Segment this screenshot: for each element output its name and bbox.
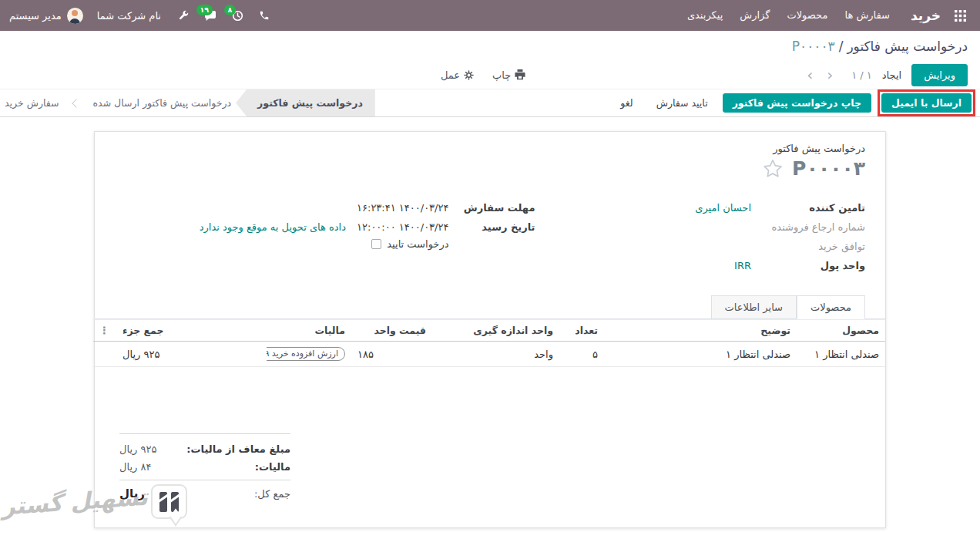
app-submenu: سفارش ها محصولات گزارش پیکربندی [679, 0, 898, 31]
document-type-label: درخواست پیش فاکتور [115, 143, 865, 154]
user-menu[interactable]: مدیر سیستم [9, 8, 83, 24]
vendor-reference-label: شماره ارجاع فروشنده [751, 219, 865, 235]
document-sheet: درخواست پیش فاکتور P۰۰۰۰۳ تامین کننده اح… [94, 131, 886, 528]
taxes-label: مالیات: [255, 458, 290, 476]
cell-description[interactable]: صندلی انتظار ۱ [604, 342, 797, 367]
order-deadline-label: مهلت سفارش [448, 200, 535, 216]
untaxed-amount-value: ۹۲۵ ریال [119, 440, 156, 458]
col-quantity: تعداد [559, 320, 604, 342]
receipt-date-value: ۱۴۰۰/۰۳/۲۴ ۱۲:۰۰:۰۰ [357, 219, 448, 235]
user-avatar [67, 8, 83, 24]
print-menu[interactable]: چاپ [492, 69, 525, 81]
confirm-request-label: درخواست تایید [387, 238, 448, 250]
systray: ۸ ۱۹ نام شرکت شما مدیر سیستم [8, 8, 277, 24]
vendor-value[interactable]: احسان امیری [695, 200, 751, 216]
pager-previous-icon[interactable]: ‹ [802, 67, 817, 83]
menu-reporting[interactable]: گزارش [731, 0, 778, 31]
activities-clock-icon[interactable]: ۸ [224, 8, 251, 24]
breadcrumb-parent[interactable]: درخواست پیش فاکتور [847, 39, 968, 54]
currency-value[interactable]: IRR [734, 258, 751, 274]
pager: ‹ › ۱ / ۱ [797, 67, 872, 83]
currency-label: واحد پول [751, 258, 865, 274]
form-column-right: تامین کننده احسان امیری شماره ارجاع فروش… [535, 200, 865, 277]
tab-other-info[interactable]: سایر اطلاعات [711, 295, 797, 319]
statusbar: ارسال با ایمیل چاپ درخواست پیش فاکتور تا… [0, 89, 980, 117]
receipt-date-label: تاریخ رسید [448, 219, 535, 235]
taxes-value: ۸۴ ریال [119, 458, 151, 476]
document-name: P۰۰۰۰۳ [792, 157, 865, 180]
menu-configuration[interactable]: پیکربندی [679, 0, 731, 31]
grand-total-label: جمع کل: [254, 485, 290, 503]
breadcrumb: درخواست پیش فاکتور/P۰۰۰۰۳ [12, 38, 968, 55]
messages-chat-icon[interactable]: ۱۹ [196, 8, 224, 24]
confirm-request-field: درخواست تایید [115, 238, 448, 250]
col-unit-price: قیمت واحد [351, 320, 432, 342]
breadcrumb-active: P۰۰۰۰۳ [792, 39, 835, 54]
pager-next-icon[interactable]: › [822, 67, 837, 83]
status-steps: درخواست پیش فاکتور درخواست پیش فاکتور ار… [0, 89, 375, 116]
watermark-logo-icon [151, 484, 187, 519]
print-menu-label: چاپ [492, 69, 511, 81]
edit-button[interactable]: ویرایش [911, 64, 968, 86]
statusbar-buttons: ارسال با ایمیل چاپ درخواست پیش فاکتور تا… [607, 89, 980, 116]
tax-badge[interactable]: ارزش افزوده خرید ۹% [267, 347, 345, 361]
phone-icon[interactable] [251, 8, 277, 23]
vendor-label: تامین کننده [751, 200, 865, 216]
col-uom: واحد اندازه گیری [432, 320, 559, 342]
menu-orders[interactable]: سفارش ها [836, 0, 898, 31]
cell-quantity[interactable]: ۵ [559, 342, 604, 367]
control-panel: درخواست پیش فاکتور/P۰۰۰۰۳ ویرایش ایجاد چ… [0, 31, 980, 89]
favorite-star-icon[interactable] [763, 159, 783, 178]
untaxed-amount-label: مبلغ معاف از مالیات: [186, 440, 290, 458]
action-menu-label: عمل [441, 69, 460, 81]
optional-columns-icon[interactable]: ⋮ [99, 325, 109, 336]
create-button[interactable]: ایجاد [872, 64, 911, 86]
notebook-tabs: محصولات سایر اطلاعات [95, 295, 885, 319]
order-lines-table: محصول توضیح تعداد واحد اندازه گیری قیمت … [93, 319, 885, 367]
confirm-request-checkbox[interactable] [371, 239, 381, 249]
action-menu[interactable]: عمل [441, 69, 474, 81]
confirm-order-button[interactable]: تایید سفارش [648, 93, 717, 113]
tab-products[interactable]: محصولات [797, 295, 865, 319]
cell-uom[interactable]: واحد [432, 342, 559, 367]
col-description: توضیح [604, 320, 797, 342]
purchase-agreement-label: توافق خرید [751, 238, 865, 254]
app-menu-purchase[interactable]: خرید [911, 8, 941, 23]
step-rfq-sent[interactable]: درخواست پیش فاکتور ارسال شده [89, 89, 237, 116]
print-rfq-button[interactable]: چاپ درخواست پیش فاکتور [723, 93, 871, 113]
printer-icon [515, 69, 525, 80]
col-taxes: مالیات [267, 320, 351, 342]
cancel-button[interactable]: لغو [612, 93, 641, 113]
menu-products[interactable]: محصولات [778, 0, 836, 31]
cell-subtotal: ۹۲۵ ریال [116, 342, 267, 367]
form-view: درخواست پیش فاکتور P۰۰۰۰۳ تامین کننده اح… [0, 131, 980, 539]
delivery-data-note[interactable]: داده های تحویل به موقع وجود ندارد [200, 219, 346, 235]
user-name: مدیر سیستم [9, 10, 62, 22]
cell-unit-price[interactable]: ۱۸۵ [351, 342, 432, 367]
send-by-email-button[interactable]: ارسال با ایمیل [881, 93, 972, 113]
col-product: محصول [797, 320, 885, 342]
vendor-watermark: تسهیل گستر [2, 484, 187, 519]
table-row[interactable]: صندلی انتظار ۱ صندلی انتظار ۱ ۵ واحد ۱۸۵… [93, 342, 885, 367]
step-rfq[interactable]: درخواست پیش فاکتور [236, 89, 375, 116]
messages-badge: ۱۹ [196, 5, 213, 16]
cell-product[interactable]: صندلی انتظار ۱ [797, 342, 885, 367]
order-deadline-value: ۱۴۰۰/۰۳/۲۴ ۱۶:۲۳:۴۱ [357, 200, 448, 216]
breadcrumb-separator: / [839, 39, 844, 54]
col-subtotal: جمع جزء [116, 320, 267, 342]
step-chevron-icon [72, 99, 80, 107]
apps-grid-icon[interactable] [948, 7, 972, 25]
gear-icon [464, 70, 474, 80]
watermark-text: تسهیل گستر [1, 483, 149, 520]
form-column-left: مهلت سفارش ۱۴۰۰/۰۳/۲۴ ۱۶:۲۳:۴۱ تاریخ رسی… [115, 200, 535, 277]
step-purchase-order[interactable]: سفارش خرید [0, 89, 64, 116]
annotation-highlight-box: ارسال با ایمیل [878, 89, 975, 116]
top-navbar: خرید سفارش ها محصولات گزارش پیکربندی ۸ ۱… [0, 0, 980, 31]
debug-wrench-icon[interactable] [170, 8, 196, 23]
cp-center-tools: چاپ عمل [441, 61, 525, 89]
activities-badge: ۸ [224, 5, 236, 16]
pager-count: ۱ / ۱ [851, 69, 872, 81]
company-switcher[interactable]: نام شرکت شما [97, 10, 161, 22]
table-header-row: محصول توضیح تعداد واحد اندازه گیری قیمت … [93, 320, 885, 342]
